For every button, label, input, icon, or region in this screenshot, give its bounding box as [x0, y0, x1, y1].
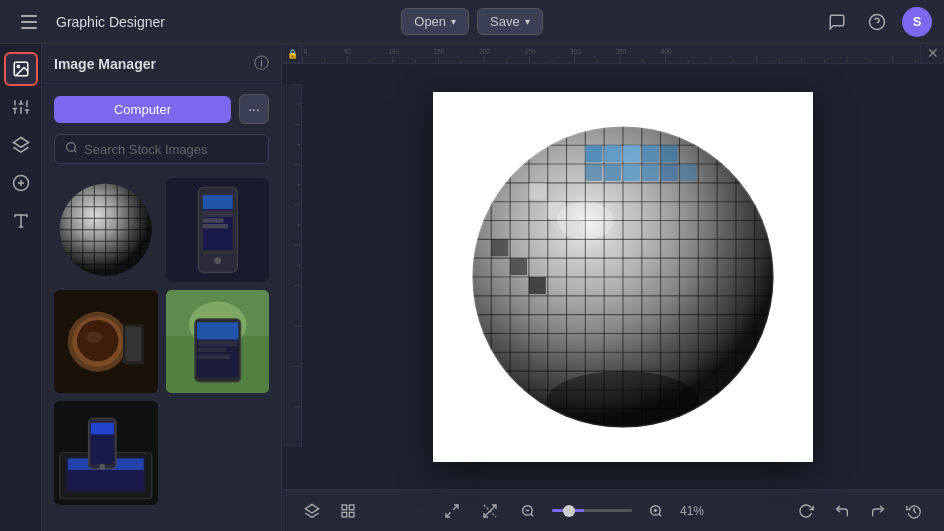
- ruler-top: 🔒: [282, 44, 944, 64]
- svg-rect-160: [604, 145, 621, 162]
- topbar-center: Open ▾ Save ▾: [401, 8, 542, 35]
- svg-text:150: 150: [434, 48, 445, 55]
- topbar: Graphic Designer Open ▾ Save ▾ S: [0, 0, 944, 44]
- search-input[interactable]: [84, 142, 258, 157]
- svg-rect-181: [349, 505, 354, 510]
- svg-text:0: 0: [304, 48, 308, 55]
- sidebar-item-text[interactable]: [4, 204, 38, 238]
- svg-line-185: [446, 512, 451, 517]
- svg-text:🔒: 🔒: [287, 48, 299, 60]
- zoom-in-button[interactable]: [642, 497, 670, 525]
- panel-header: Image Manager ⓘ: [42, 44, 281, 84]
- svg-point-22: [67, 143, 76, 152]
- bottom-toolbar: 41%: [282, 489, 944, 531]
- svg-rect-180: [342, 505, 347, 510]
- bottom-toolbar-right: [792, 497, 928, 525]
- list-item[interactable]: [166, 178, 270, 282]
- disco-ball-image[interactable]: [463, 117, 783, 437]
- svg-rect-61: [198, 340, 237, 346]
- svg-rect-45: [202, 218, 223, 223]
- topbar-left: Graphic Designer: [12, 5, 401, 39]
- svg-point-6: [17, 65, 19, 67]
- svg-rect-170: [491, 239, 508, 256]
- ruler-left: [282, 84, 302, 447]
- svg-rect-162: [642, 145, 659, 162]
- redo-button[interactable]: [864, 497, 892, 525]
- panel-title: Image Manager: [54, 56, 156, 72]
- fit-screen-button[interactable]: [438, 497, 466, 525]
- svg-rect-168: [661, 164, 678, 181]
- main-canvas: [433, 92, 813, 462]
- list-item[interactable]: [54, 290, 158, 394]
- grid-toggle-button[interactable]: [334, 497, 362, 525]
- panel-actions: Computer ···: [42, 84, 281, 134]
- svg-rect-159: [585, 145, 602, 162]
- svg-rect-172: [529, 277, 546, 294]
- refresh-button[interactable]: [792, 497, 820, 525]
- svg-line-184: [453, 505, 458, 510]
- bottom-toolbar-left: [298, 497, 362, 525]
- canvas-area: 🔒: [282, 44, 944, 531]
- svg-rect-63: [198, 354, 230, 359]
- svg-text:400: 400: [661, 48, 672, 55]
- ruler-marks: 0 50 100 150 200 250 300 350 400: [302, 44, 920, 63]
- svg-rect-164: [604, 164, 621, 181]
- undo-button[interactable]: [828, 497, 856, 525]
- svg-rect-2: [21, 27, 37, 29]
- main-area: Image Manager ⓘ Computer ···: [0, 44, 944, 531]
- svg-rect-167: [585, 164, 602, 181]
- svg-text:350: 350: [616, 48, 627, 55]
- svg-rect-166: [642, 164, 659, 181]
- search-bar: [54, 134, 269, 164]
- svg-rect-73: [91, 423, 114, 435]
- svg-text:250: 250: [525, 48, 536, 55]
- svg-rect-54: [125, 326, 141, 361]
- panel-info-button[interactable]: ⓘ: [254, 54, 269, 73]
- chat-icon-button[interactable]: [822, 7, 852, 37]
- list-item[interactable]: [54, 178, 158, 282]
- layers-toggle-button[interactable]: [298, 497, 326, 525]
- zoom-slider[interactable]: [552, 509, 632, 512]
- help-icon-button[interactable]: [862, 7, 892, 37]
- svg-rect-1: [21, 21, 37, 23]
- open-button[interactable]: Open ▾: [401, 8, 469, 35]
- svg-rect-169: [679, 164, 696, 181]
- app-title: Graphic Designer: [56, 14, 165, 30]
- close-ruler-button[interactable]: ✕: [920, 44, 944, 63]
- svg-line-189: [531, 513, 534, 516]
- fit-width-button[interactable]: [476, 497, 504, 525]
- svg-line-192: [659, 513, 662, 516]
- svg-point-176: [557, 201, 613, 239]
- user-avatar[interactable]: S: [902, 7, 932, 37]
- svg-point-47: [214, 257, 221, 264]
- svg-rect-174: [529, 182, 546, 199]
- svg-text:50: 50: [344, 48, 351, 55]
- image-manager-panel: Image Manager ⓘ Computer ···: [42, 44, 282, 531]
- icon-sidebar: [0, 44, 42, 531]
- svg-text:300: 300: [570, 48, 581, 55]
- svg-rect-182: [349, 512, 354, 517]
- hamburger-button[interactable]: [12, 5, 46, 39]
- sidebar-item-shapes[interactable]: [4, 166, 38, 200]
- zoom-out-button[interactable]: [514, 497, 542, 525]
- svg-text:100: 100: [388, 48, 399, 55]
- topbar-right: S: [543, 7, 932, 37]
- svg-point-52: [86, 331, 102, 343]
- image-grid: [42, 174, 281, 509]
- list-item[interactable]: [166, 290, 270, 394]
- sidebar-item-filters[interactable]: [4, 90, 38, 124]
- bottom-toolbar-center: 41%: [374, 497, 780, 525]
- svg-rect-60: [197, 322, 238, 339]
- history-button[interactable]: [900, 497, 928, 525]
- computer-button[interactable]: Computer: [54, 96, 231, 123]
- svg-rect-44: [202, 210, 232, 217]
- list-item[interactable]: [54, 401, 158, 505]
- save-button[interactable]: Save ▾: [477, 8, 543, 35]
- sidebar-item-layers[interactable]: [4, 128, 38, 162]
- sidebar-item-images[interactable]: [4, 52, 38, 86]
- svg-line-23: [74, 150, 76, 152]
- canvas-wrapper: [282, 64, 944, 489]
- svg-rect-62: [198, 347, 226, 352]
- svg-marker-16: [13, 138, 28, 148]
- more-options-button[interactable]: ···: [239, 94, 269, 124]
